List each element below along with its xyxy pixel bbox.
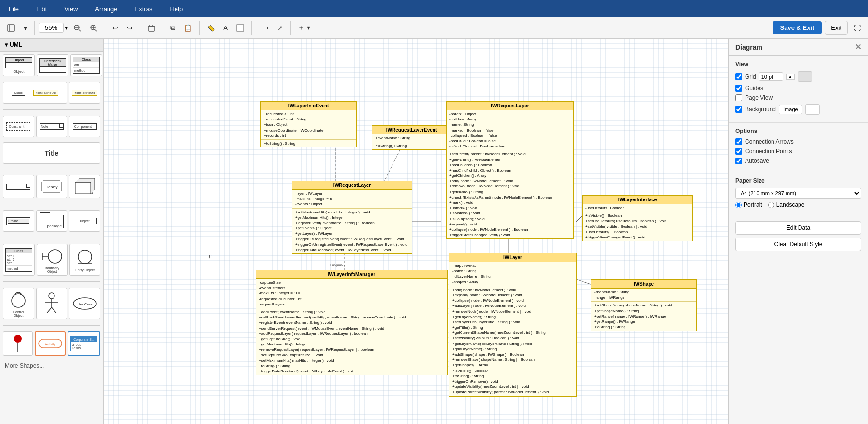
- sidebar-item-interface[interactable]: «Interface»Name: [37, 54, 68, 76]
- sidebar-item-class[interactable]: Class attr method: [70, 54, 102, 76]
- class-attrs-iwrequestlayer-mid: -layer : IWLayer -maxHits : Integer = 5 …: [292, 190, 412, 209]
- separator-1: [34, 21, 35, 35]
- font-color-button[interactable]: A: [220, 22, 231, 34]
- sidebar-item-note[interactable]: Note: [36, 116, 68, 137]
- sidebar-item-package[interactable]: package: [36, 210, 68, 232]
- background-row: Background Image: [735, 104, 861, 115]
- class-iwlayerinfomanager[interactable]: IWLayerInfoManager -captureSize -eventLi…: [256, 270, 448, 375]
- sidebar-toggle-arrow[interactable]: ▾: [20, 22, 30, 34]
- undo-button[interactable]: ↩: [109, 22, 122, 34]
- menu-item-edit[interactable]: Edit: [32, 3, 51, 14]
- guides-checkbox[interactable]: [735, 85, 742, 92]
- connection-points-label: Connection Points: [745, 148, 792, 155]
- background-image-button[interactable]: Image: [779, 105, 802, 114]
- background-checkbox[interactable]: [735, 106, 742, 113]
- sidebar-item-start[interactable]: [3, 331, 33, 356]
- edit-data-button[interactable]: Edit Data: [735, 221, 861, 235]
- pageview-row: Page View: [735, 94, 861, 101]
- sidebar-item-control[interactable]: Control Object: [3, 288, 34, 319]
- portrait-radio[interactable]: [735, 202, 742, 208]
- connection-points-checkbox[interactable]: [735, 148, 742, 155]
- sidebar-item-entity[interactable]: Entity Object: [69, 244, 100, 276]
- class-iwshape[interactable]: IWShape -shapeName : String -range : IWR…: [591, 279, 697, 331]
- sidebar-item-activity[interactable]: Activity: [35, 331, 66, 356]
- more-shapes-link[interactable]: More Shapes...: [0, 358, 103, 373]
- clear-default-style-button[interactable]: Clear Default Style: [735, 238, 861, 251]
- panel-close-icon[interactable]: ✕: [855, 42, 861, 52]
- svg-text:Activity: Activity: [45, 343, 56, 346]
- sidebar-item-actor[interactable]: [36, 288, 68, 319]
- panel-title: Diagram: [735, 43, 762, 51]
- delete-button[interactable]: [144, 22, 159, 34]
- sidebar-item-object2[interactable]: Object: [69, 210, 100, 232]
- sidebar-item-boundary[interactable]: Boundary Object: [37, 244, 68, 276]
- class-iwrequestlayer-top[interactable]: IWRequestLayer -parent : Object -childre…: [446, 101, 574, 239]
- menu-item-help[interactable]: Help: [166, 3, 187, 14]
- class-methods-iwrequestlayer-top: +setParent( parent : IWNodeElement ) : v…: [447, 150, 573, 238]
- class-attrs-iwrequestlayer-top: -parent : Object -children : Array -name…: [447, 110, 573, 150]
- menu-item-arrange[interactable]: Arrange: [91, 3, 121, 14]
- guides-row: Guides: [735, 85, 861, 92]
- separator-6: [251, 21, 252, 35]
- sidebar-item-artifact[interactable]: [3, 175, 34, 198]
- connection-arrows-checkbox[interactable]: [735, 138, 742, 145]
- class-iwlayerinterface[interactable]: IWLayerInterface -useDefaults : Boolean …: [582, 195, 693, 241]
- paper-size-select[interactable]: A4 (210 mm x 297 mm): [735, 188, 861, 199]
- divider-1: [3, 109, 100, 110]
- class-methods-iwlayer: +add( node : IWNodeElement ) : void +exp…: [449, 286, 576, 396]
- zoom-dropdown-arrow[interactable]: ▾: [65, 24, 68, 31]
- exit-button[interactable]: Exit: [825, 21, 848, 35]
- sidebar-item-node[interactable]: [69, 175, 100, 198]
- sidebar-item-use-case[interactable]: Use Case: [69, 288, 100, 319]
- divider-6: [3, 325, 100, 326]
- sidebar-row-3: Constraint Note Component: [0, 113, 103, 140]
- pageview-checkbox[interactable]: [735, 94, 742, 101]
- background-color-swatch[interactable]: [805, 104, 820, 115]
- class-iwlayerinfoevent[interactable]: IWLayerInfoEvent +requestedId : int +req…: [260, 101, 357, 147]
- grid-color-swatch[interactable]: [798, 71, 812, 82]
- class-header-iwrequestlayer-top: IWRequestLayer: [447, 102, 573, 110]
- sidebar-item-attribute[interactable]: Class — item: attribute: [3, 82, 67, 104]
- class-iwrequestlayerevent[interactable]: IWRequestLayerEvent +eventName : String …: [372, 125, 451, 150]
- sidebar-item-title[interactable]: Title: [3, 142, 100, 164]
- separator-5: [199, 21, 200, 35]
- fullscreen-button[interactable]: ⛶: [851, 22, 864, 34]
- svg-line-4: [79, 30, 81, 31]
- redo-button[interactable]: ↪: [123, 22, 136, 34]
- sidebar-item-frame[interactable]: Frame: [3, 210, 34, 232]
- line-color-button[interactable]: [233, 22, 247, 34]
- waypoint-button[interactable]: ↗: [274, 22, 286, 34]
- zoom-out-button[interactable]: [70, 22, 84, 34]
- connection-style-button[interactable]: ⟶: [256, 22, 272, 34]
- grid-checkbox[interactable]: [735, 73, 742, 80]
- class-iwlayer[interactable]: IWLayer -map : IWMap -name : String -idl…: [449, 253, 577, 397]
- save-exit-button[interactable]: Save & Exit: [773, 21, 822, 34]
- sidebar-item-object[interactable]: Object Object: [3, 54, 35, 76]
- sidebar-item-deployment[interactable]: Deploy: [36, 175, 68, 198]
- zoom-value[interactable]: 55%: [39, 23, 64, 33]
- menu-item-file[interactable]: File: [5, 3, 23, 14]
- fill-color-button[interactable]: [203, 22, 218, 34]
- sidebar-item-swimlane[interactable]: Corporate S... GroupTasks: [68, 331, 100, 356]
- right-panel: Diagram ✕ View Grid ▲ Guides Pa: [728, 39, 868, 424]
- paste-button[interactable]: 📋: [180, 22, 195, 34]
- menu-item-extras[interactable]: Extras: [131, 3, 157, 14]
- sidebar-item-component[interactable]: Component: [69, 116, 100, 137]
- copy-button[interactable]: ⧉: [167, 21, 178, 34]
- sidebar-item-constraint[interactable]: Constraint: [3, 116, 34, 137]
- orientation-row: Portrait Landscape: [735, 201, 861, 208]
- sidebar-collapse-arrow[interactable]: ▾: [5, 41, 8, 48]
- menu-item-view[interactable]: View: [60, 3, 81, 14]
- canvas[interactable]: IWLayerInfoEvent +requestedId : int +req…: [104, 39, 728, 424]
- insert-button[interactable]: ＋ ▾: [295, 21, 313, 35]
- zoom-in-button[interactable]: [86, 22, 101, 34]
- class-header-iwlayer: IWLayer: [449, 253, 576, 262]
- class-iwrequestlayer-mid[interactable]: IWRequestLayer -layer : IWLayer -maxHits…: [292, 181, 412, 254]
- landscape-radio[interactable]: [768, 202, 774, 208]
- sidebar-toggle-button[interactable]: [4, 22, 18, 34]
- grid-size-input[interactable]: [759, 72, 783, 81]
- sidebar-item-attribute2[interactable]: item: attribute: [69, 82, 100, 104]
- autosave-checkbox[interactable]: [735, 158, 742, 164]
- grid-size-up[interactable]: ▲: [786, 74, 795, 80]
- sidebar-item-class2[interactable]: Class attr 1attr 2attr 3 method: [3, 244, 35, 276]
